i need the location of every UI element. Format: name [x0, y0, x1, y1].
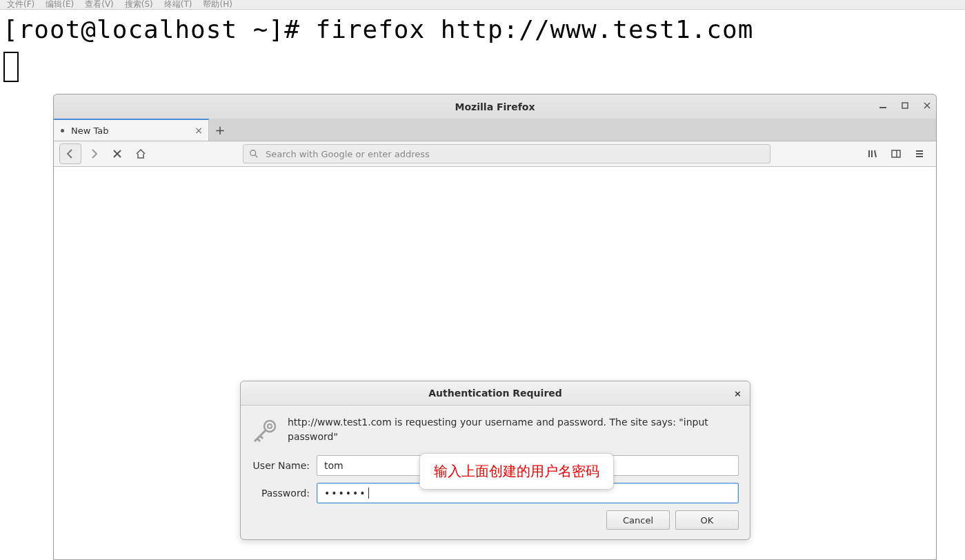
- annotation-callout: 输入上面创建的用户名密码: [419, 453, 614, 490]
- menu-edit[interactable]: 编辑(E): [46, 0, 74, 10]
- hamburger-menu-button[interactable]: [908, 143, 931, 164]
- firefox-window: Mozilla Firefox New Tab × + Search wit: [53, 94, 937, 560]
- svg-line-19: [257, 439, 260, 441]
- auth-title: Authentication Required: [428, 388, 562, 399]
- firefox-titlebar[interactable]: Mozilla Firefox: [54, 94, 936, 119]
- menu-help[interactable]: 帮助(H): [203, 0, 232, 10]
- menu-search[interactable]: 搜索(S): [125, 0, 153, 10]
- menu-terminal[interactable]: 终端(T): [164, 0, 192, 10]
- firefox-title: Mozilla Firefox: [455, 101, 535, 112]
- auth-close-icon[interactable]: ×: [734, 388, 742, 399]
- close-button[interactable]: [922, 101, 932, 112]
- browser-content: Authentication Required × http://www: [54, 167, 936, 559]
- svg-line-20: [260, 436, 263, 439]
- tab-loading-icon: [61, 129, 64, 132]
- terminal-body[interactable]: [root@localhost ~]# firefox http://www.t…: [0, 10, 965, 94]
- tab-label: New Tab: [71, 126, 109, 136]
- terminal-cursor: [3, 52, 19, 82]
- auth-titlebar[interactable]: Authentication Required ×: [241, 381, 750, 406]
- key-icon: [248, 415, 281, 444]
- terminal-line: [root@localhost ~]# firefox http://www.t…: [3, 15, 753, 43]
- svg-rect-11: [892, 150, 900, 157]
- maximize-button[interactable]: [900, 101, 910, 112]
- svg-rect-1: [902, 103, 908, 108]
- url-placeholder: Search with Google or enter address: [266, 149, 430, 159]
- stop-button[interactable]: [106, 143, 128, 164]
- svg-line-10: [875, 150, 876, 157]
- home-button[interactable]: [130, 143, 152, 164]
- new-tab-button[interactable]: +: [209, 119, 231, 141]
- nav-toolbar: Search with Google or enter address: [54, 141, 936, 167]
- username-label: User Name:: [248, 460, 310, 471]
- svg-line-7: [255, 155, 258, 158]
- back-button[interactable]: [59, 143, 81, 164]
- library-button[interactable]: [862, 143, 884, 164]
- sidebar-button[interactable]: [885, 143, 907, 164]
- svg-point-17: [268, 424, 272, 428]
- svg-point-16: [264, 421, 275, 432]
- password-label: Password:: [248, 488, 310, 499]
- search-icon: [249, 149, 259, 159]
- url-bar[interactable]: Search with Google or enter address: [243, 144, 770, 163]
- ok-button[interactable]: OK: [675, 510, 739, 530]
- browser-tab[interactable]: New Tab ×: [54, 119, 209, 141]
- menu-view[interactable]: 查看(V): [85, 0, 114, 10]
- menu-file[interactable]: 文件(F): [7, 0, 34, 10]
- forward-button[interactable]: [83, 143, 105, 164]
- minimize-button[interactable]: [878, 101, 888, 112]
- terminal-menubar: 文件(F) 编辑(E) 查看(V) 搜索(S) 终端(T) 帮助(H): [0, 0, 965, 10]
- auth-message: http://www.test1.com is requesting your …: [288, 415, 739, 444]
- tab-strip: New Tab × +: [54, 119, 936, 141]
- cancel-button[interactable]: Cancel: [606, 510, 670, 530]
- svg-point-6: [250, 150, 256, 156]
- tab-close-icon[interactable]: ×: [195, 125, 203, 136]
